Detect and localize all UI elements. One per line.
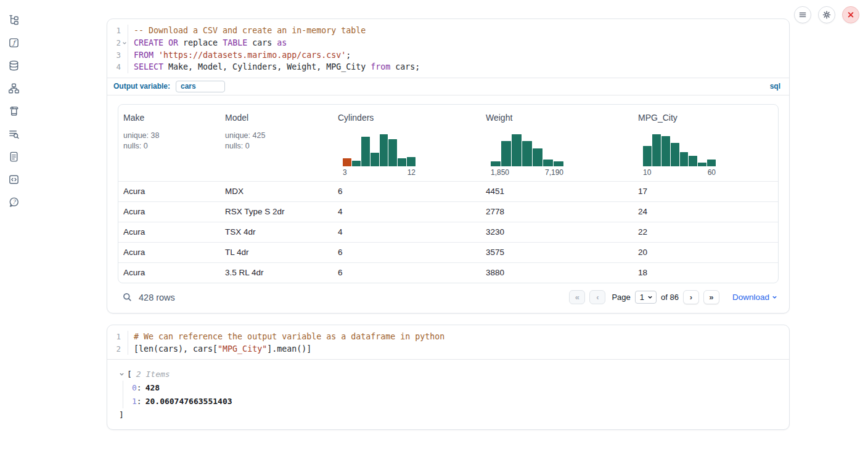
svg-text:?: ? [12,199,16,205]
table-cell: Acura [118,187,220,196]
code-text: # We can reference the output variable a… [128,331,444,343]
code-line[interactable]: 1# We can reference the output variable … [107,331,789,343]
code-line[interactable]: 4SELECT Make, Model, Cylinders, Weight, … [107,61,789,73]
prev-page-button[interactable]: ‹ [589,290,605,304]
histogram-bar [680,152,689,166]
histogram-bar [407,157,416,166]
histogram-bar [652,134,661,166]
output-variable-input[interactable] [176,81,225,92]
shutdown-button[interactable] [842,6,859,23]
table-row[interactable]: AcuraMDX6445117 [118,181,778,201]
file-explorer-icon[interactable] [7,14,20,26]
column-header[interactable]: Makeunique: 38nulls: 0 [118,105,220,181]
data-sources-icon[interactable] [7,59,20,71]
histogram-bar [371,153,379,166]
code-text: SELECT Make, Model, Cylinders, Weight, M… [128,61,420,73]
code-text: CREATE OR replace TABLE cars as [128,37,287,49]
code-line[interactable]: 1-- Download a CSV and create an in-memo… [107,25,789,37]
collapse-chevron-icon[interactable] [119,371,127,377]
code-line[interactable]: 3FROM 'https://datasets.marimo.app/cars.… [107,49,789,61]
column-header[interactable]: Modelunique: 425nulls: 0 [220,105,333,181]
sql-code-editor[interactable]: 1-- Download a CSV and create an in-memo… [107,19,789,78]
table-cell: 6 [333,248,481,257]
next-page-button[interactable]: › [683,290,699,304]
svg-text:ƒ: ƒ [11,39,17,46]
table-row[interactable]: AcuraTL 4dr6357520 [118,242,778,262]
documentation-icon[interactable] [7,150,20,163]
line-number: 1 [107,332,121,341]
hamburger-menu-button[interactable] [794,6,811,23]
table-row[interactable]: AcuraRSX Type S 2dr4277824 [118,201,778,222]
table-cell: Acura [118,227,220,237]
language-badge: sql [770,82,780,91]
help-icon[interactable]: ? [7,196,20,208]
download-button[interactable]: Download [732,293,777,302]
histogram-axis: 312 [343,168,416,177]
settings-button[interactable] [818,6,835,23]
table-cell: 4451 [481,187,633,196]
table-cell: 18 [633,268,778,277]
histogram-bar [698,163,706,166]
histogram-bar [689,156,697,166]
code-text: -- Download a CSV and create an in-memor… [128,25,366,37]
column-histogram[interactable]: 312 [343,134,416,181]
python-cell: 1# We can reference the output variable … [107,325,790,430]
table-row[interactable]: AcuraTSX 4dr4323022 [118,222,778,242]
column-stats: unique: 425nulls: 0 [225,131,333,152]
dependency-graph-icon[interactable] [7,82,20,94]
histogram-bar [533,148,542,166]
histogram-bar [512,134,522,166]
sql-cell: 1-- Download a CSV and create an in-memo… [107,18,790,313]
table-cell: 22 [633,227,778,237]
table-cell: TL 4dr [220,248,333,257]
notebook-area: 1-- Download a CSV and create an in-memo… [107,18,790,430]
column-histogram[interactable]: 1060 [643,134,716,181]
histogram-bar [491,161,501,166]
search-icon[interactable] [123,293,132,302]
histogram-bar [352,161,361,166]
histogram-bar [398,158,406,166]
histogram-bar [671,143,679,166]
table-cell: 17 [633,187,778,196]
code-text: FROM 'https://datasets.marimo.app/cars.c… [128,49,351,61]
column-header[interactable]: Cylinders312 [333,105,481,181]
snippets-icon[interactable] [7,173,20,185]
first-page-button[interactable]: « [569,290,585,304]
table-row[interactable]: Acura3.5 RL 4dr6388018 [118,262,778,283]
column-title: MPG_City [638,113,778,123]
python-code-editor[interactable]: 1# We can reference the output variable … [107,325,789,359]
row-count: 428 rows [139,293,175,302]
line-number: 2 [107,344,121,354]
fold-chevron-icon[interactable] [121,41,128,46]
line-number: 3 [107,51,121,60]
page-of-label: of 86 [661,293,679,302]
table-cell: TSX 4dr [220,227,333,237]
download-label: Download [732,293,769,302]
table-cell: Acura [118,268,220,277]
table-cell: 4 [333,227,481,237]
column-title: Make [123,113,220,123]
topbar-controls [794,6,859,23]
variables-icon[interactable]: ƒ [7,36,20,49]
open-bracket: [ [127,370,132,379]
table-cell: RSX Type S 2dr [220,207,333,216]
last-page-button[interactable]: » [703,290,719,304]
page-select[interactable]: 1 [635,291,657,304]
histogram-bar [388,139,397,166]
column-header[interactable]: MPG_City1060 [633,105,778,181]
scratchpad-icon[interactable] [7,105,20,117]
sql-cell-output: Makeunique: 38nulls: 0Modelunique: 425nu… [107,95,789,313]
table-cell: 3575 [481,248,633,257]
table-footer: 428 rows « ‹ Page 1 of 86 › » Download [118,283,779,312]
code-line[interactable]: 2[len(cars), cars["MPG_City"].mean()] [107,342,789,355]
code-line[interactable]: 2CREATE OR replace TABLE cars as [107,37,789,49]
logs-icon[interactable] [7,127,20,140]
column-header[interactable]: Weight1,8507,190 [481,105,633,181]
column-title: Cylinders [338,113,481,123]
output-tree-head: [ 2 Items [119,368,789,381]
column-histogram[interactable]: 1,8507,190 [491,134,563,181]
data-table: Makeunique: 38nulls: 0Modelunique: 425nu… [118,104,779,283]
table-cell: 20 [633,248,778,257]
line-number: 4 [107,62,121,71]
table-cell: 6 [333,268,481,277]
